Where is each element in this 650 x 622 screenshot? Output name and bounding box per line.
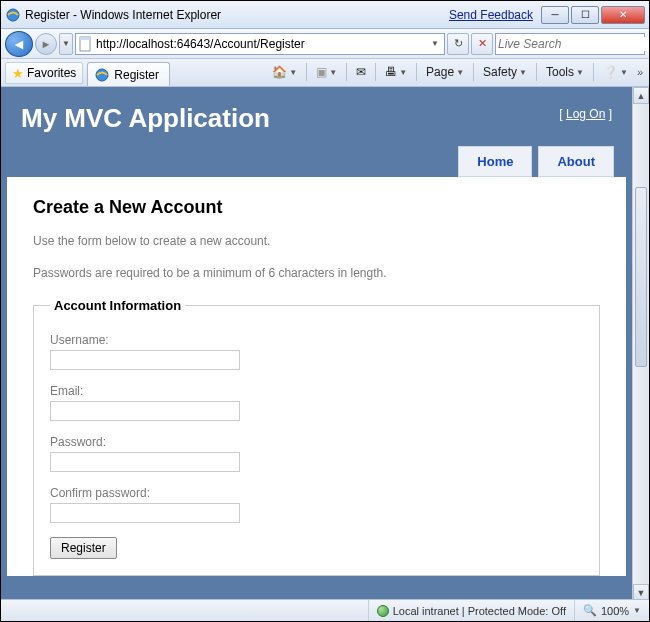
- help-button[interactable]: ❔▼: [600, 62, 631, 82]
- viewport: My MVC Application [ Log On ] Home About…: [1, 87, 632, 601]
- help-icon: ❔: [603, 65, 618, 79]
- read-mail-button[interactable]: ✉: [353, 62, 369, 82]
- tab-ie-icon: [94, 67, 110, 83]
- confirm-password-input[interactable]: [50, 503, 240, 523]
- scroll-up-button[interactable]: ▲: [633, 87, 649, 104]
- site-nav: Home About: [7, 146, 626, 177]
- window-titlebar: Register - Windows Internet Explorer Sen…: [1, 1, 649, 29]
- nav-toolbar: ◄ ► ▼ ▼ ↻ ✕ 🔍: [1, 29, 649, 59]
- email-label: Email:: [50, 384, 583, 398]
- rss-icon: ▣: [316, 65, 327, 79]
- zoom-value: 100%: [601, 605, 629, 617]
- confirm-password-label: Confirm password:: [50, 486, 583, 500]
- scroll-thumb[interactable]: [635, 187, 647, 367]
- svg-rect-2: [80, 37, 90, 40]
- home-button[interactable]: 🏠▼: [269, 62, 300, 82]
- email-input[interactable]: [50, 401, 240, 421]
- maximize-button[interactable]: ☐: [571, 6, 599, 24]
- favorites-button[interactable]: ★ Favorites: [5, 62, 83, 84]
- search-input[interactable]: [498, 37, 649, 51]
- zone-icon: [377, 605, 389, 617]
- logon-link[interactable]: Log On: [566, 107, 605, 121]
- page-icon: [78, 36, 94, 52]
- address-bar[interactable]: ▼: [75, 33, 445, 55]
- close-button[interactable]: ✕: [601, 6, 645, 24]
- back-button[interactable]: ◄: [5, 31, 33, 57]
- page-heading: Create a New Account: [33, 197, 600, 218]
- send-feedback-link[interactable]: Send Feedback: [449, 8, 533, 22]
- star-icon: ★: [12, 66, 24, 81]
- window-title: Register - Windows Internet Explorer: [25, 8, 449, 22]
- page-menu[interactable]: Page▼: [423, 62, 467, 82]
- nav-about[interactable]: About: [538, 146, 614, 177]
- command-bar: ★ Favorites Register 🏠▼ ▣▼ ✉ 🖶▼ Page▼ Sa…: [1, 59, 649, 87]
- feeds-button[interactable]: ▣▼: [313, 62, 340, 82]
- nav-home[interactable]: Home: [458, 146, 532, 177]
- password-label: Password:: [50, 435, 583, 449]
- address-input[interactable]: [96, 35, 428, 53]
- intro-text: Use the form below to create a new accou…: [33, 234, 600, 248]
- username-input[interactable]: [50, 350, 240, 370]
- minimize-button[interactable]: ─: [541, 6, 569, 24]
- main-content: Create a New Account Use the form below …: [7, 177, 626, 576]
- password-rule-text: Passwords are required to be a minimum o…: [33, 266, 600, 280]
- stop-button[interactable]: ✕: [471, 33, 493, 55]
- tools-menu[interactable]: Tools▼: [543, 62, 587, 82]
- zone-label: Local intranet | Protected Mode: Off: [393, 605, 566, 617]
- mail-icon: ✉: [356, 65, 366, 79]
- vertical-scrollbar[interactable]: ▲ ▼: [632, 87, 649, 601]
- safety-menu[interactable]: Safety▼: [480, 62, 530, 82]
- home-icon: 🏠: [272, 65, 287, 79]
- logon-area: [ Log On ]: [559, 107, 612, 134]
- print-icon: 🖶: [385, 65, 397, 79]
- history-dropdown[interactable]: ▼: [59, 33, 73, 55]
- fieldset-legend: Account Information: [50, 298, 185, 313]
- ie-icon: [5, 7, 21, 23]
- overflow-chevron[interactable]: »: [635, 66, 645, 78]
- forward-button[interactable]: ►: [35, 33, 57, 55]
- zoom-control[interactable]: 🔍 100% ▼: [574, 600, 649, 621]
- search-box[interactable]: 🔍: [495, 33, 645, 55]
- account-fieldset: Account Information Username: Email: Pas…: [33, 298, 600, 576]
- security-zone[interactable]: Local intranet | Protected Mode: Off: [368, 600, 574, 621]
- username-label: Username:: [50, 333, 583, 347]
- address-dropdown[interactable]: ▼: [428, 39, 442, 48]
- status-bar: Local intranet | Protected Mode: Off 🔍 1…: [1, 599, 649, 621]
- site-title: My MVC Application: [21, 103, 559, 134]
- zoom-dropdown[interactable]: ▼: [633, 606, 641, 615]
- register-button[interactable]: Register: [50, 537, 117, 559]
- print-button[interactable]: 🖶▼: [382, 62, 410, 82]
- tab-label: Register: [114, 68, 159, 82]
- refresh-button[interactable]: ↻: [447, 33, 469, 55]
- zoom-icon: 🔍: [583, 604, 597, 617]
- browser-tab[interactable]: Register: [87, 62, 170, 86]
- password-input[interactable]: [50, 452, 240, 472]
- favorites-label: Favorites: [27, 66, 76, 80]
